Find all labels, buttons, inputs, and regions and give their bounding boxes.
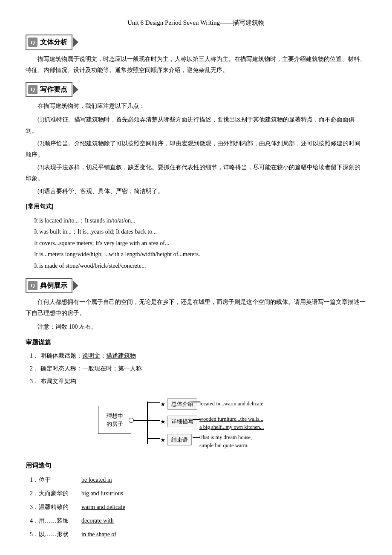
vocab-num-3: 3． (30, 502, 39, 513)
arrow-icon-2 (73, 85, 78, 94)
plan-item-3: 3． 布局文章架构 (30, 376, 366, 387)
sub-title-plan: 审题谋篇 (26, 336, 366, 348)
star-2: ★ (160, 416, 166, 427)
sentence-1: It is located in/to...；It stands in/to/a… (34, 215, 366, 227)
section-writing-points: Q 写作要点 (26, 82, 366, 98)
arrow-icon-3 (73, 281, 78, 290)
section-icon-2: Q (28, 85, 37, 94)
star-1: ★ (160, 399, 166, 410)
section-style-analysis: Q 文体分析 (26, 35, 366, 50)
vocab-en-5: in the shape of (81, 529, 116, 540)
label-closing: 结束语 (167, 434, 192, 445)
vocab-item-1: 1． 位于 be located in (30, 474, 366, 486)
vocab-num-2: 2． (30, 488, 39, 499)
vocab-item-4: 4． 用……装饰 decorate with (30, 515, 366, 526)
vocab-en-2: big and luxurious (81, 488, 123, 499)
vocab-en-4: decorate with (81, 515, 114, 526)
style-analysis-content: 描写建筑物属于说明文，时态应以一般现在时为主，人称以第三人称为主。在描写建筑物时… (26, 54, 366, 76)
vocab-cn-2: 大而豪华的 (39, 488, 81, 499)
branch-h3 (147, 438, 160, 439)
content-general: located in...warm and delicate (199, 399, 263, 409)
plan-item-1: 1． 明确体裁话题：说明文；描述建筑物 (30, 350, 366, 361)
common-sentences-label: [常用句式] (26, 201, 366, 212)
vocab-section: 用词造句 1． 位于 be located in 2． 大而豪华的 big an… (26, 460, 366, 540)
section-title-example: 典例展示 (40, 280, 67, 292)
common-sentences-box: It is located in/to...；It stands in/to/a… (34, 215, 366, 272)
vocab-title: 用词造句 (26, 460, 366, 471)
star-3: ★ (160, 435, 166, 445)
writing-point-1: (1)抓准特征。描写建筑物时，首先必须弄清楚从哪些方面进行描述，要挑出区别于其他… (26, 114, 366, 136)
vocab-num-1: 1． (30, 474, 39, 486)
branch-vline (147, 402, 148, 444)
sentence-2: It was built in...；It is...years old; It… (34, 226, 366, 238)
writing-points-intro: 在描写建筑物时，我们应注意以下几点： (26, 101, 366, 112)
diagram-container: 理想中的房子 ★ 总体介绍 located in...warm and deli… (26, 393, 366, 453)
vocab-cn-3: 温馨精致的 (39, 502, 81, 513)
section-icon-1: Q (28, 38, 37, 47)
vocab-item-3: 3． 温馨精致的 warm and delicate (30, 502, 366, 513)
section-title-writing: 写作要点 (40, 84, 67, 96)
branch-h2 (147, 420, 160, 421)
house-circle (129, 418, 134, 423)
branch-h1 (147, 402, 160, 403)
section-example: Q 典例展示 (26, 278, 366, 294)
plan-item-2: 2． 确定时态人称：一般现在时；第一人称 (30, 363, 366, 374)
vocab-cn-1: 位于 (39, 474, 81, 486)
main-hline (133, 420, 147, 421)
writing-point-2: (2)顺序恰当。介绍建筑物除了可以按照空间顺序，即由宏观到微观，由外部到内部，由… (26, 138, 366, 160)
vocab-item-5: 5． 以……形状 in the shape of (30, 529, 366, 540)
arrow-icon-1 (73, 38, 78, 47)
content-detail: wooden furniture...the walls... a big sh… (199, 415, 264, 431)
house-label: 理想中的房子 (107, 412, 123, 428)
label-general: 总体介绍 (167, 398, 197, 410)
vocab-cn-5: 以……形状 (39, 529, 81, 540)
sentence-4: It is...meters long/wide/high; ...with a… (34, 249, 366, 260)
writing-point-4: (4)语言要科学、客观、具体、严密，简洁明了。 (26, 186, 366, 197)
section-icon-3: Q (28, 281, 37, 290)
vocab-en-3: warm and delicate (81, 502, 125, 513)
writing-point-3: (3)表现手法多样，切忌平铺直叙，缺乏变化。要抓住有代表性的细节，详略得当，尽可… (26, 162, 366, 184)
label-detail: 详细描写 (167, 416, 197, 427)
example-body-text: 任何人都想拥有一个属于自己的空间，无论是在乡下，还是在城里，而房子则是这个空间的… (26, 297, 366, 319)
sentence-3: It covers...square meters; It's very lar… (34, 238, 366, 249)
house-box: 理想中的房子 (98, 406, 131, 434)
vocab-num-5: 5． (30, 529, 39, 540)
vocab-item-2: 2． 大而豪华的 big and luxurious (30, 488, 366, 499)
section-title-style: 文体分析 (40, 36, 67, 49)
sentence-5: It is made of stone/wood/brick/steel/con… (34, 260, 366, 272)
vocab-en-1: be located in (81, 474, 112, 486)
content-closing: That is my dream house, simple but quite… (199, 434, 252, 450)
vocab-cn-4: 用……装饰 (39, 515, 81, 526)
example-notice: 注意：词数 100 左右。 (26, 321, 366, 332)
vocab-num-4: 4． (30, 515, 39, 526)
page-title: Unit 6 Design Period Seven Writing——描写建筑… (26, 17, 366, 29)
